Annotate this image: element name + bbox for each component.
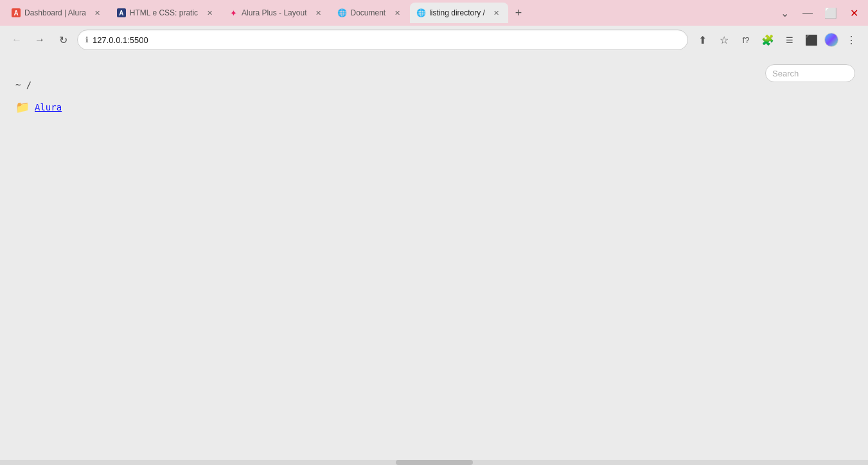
tab-html-css[interactable]: A HTML e CSS: pratic ✕	[111, 3, 221, 23]
tab-close-listing[interactable]: ✕	[492, 8, 502, 18]
tab-label-alura-plus: Alura Plus - Layout	[242, 8, 306, 17]
address-bar: ← → ↻ ℹ 127.0.0.1:5500 ⬆ ☆ f? 🧩 ☰ ⬛ ⋮	[0, 26, 868, 54]
folder-name-alura: Alura	[35, 102, 62, 112]
tab-dashboard[interactable]: A Dashboard | Alura ✕	[5, 3, 109, 23]
tab-label-document: Document	[350, 8, 385, 17]
minimize-button[interactable]: —	[799, 4, 817, 22]
forward-button[interactable]: →	[31, 31, 49, 49]
tab-label-dashboard: Dashboard | Alura	[24, 8, 86, 17]
tab-bar: A Dashboard | Alura ✕ A HTML e CSS: prat…	[0, 0, 868, 26]
new-tab-button[interactable]: +	[509, 4, 527, 22]
folder-icon: 📁	[15, 100, 30, 114]
tab-alura-plus[interactable]: ✦ Alura Plus - Layout ✕	[222, 3, 330, 23]
scrollbar-thumb[interactable]	[396, 460, 473, 465]
url-text: 127.0.0.1:5500	[93, 35, 680, 45]
search-box[interactable]: Search	[765, 64, 855, 82]
bookmark-button[interactable]: ☆	[715, 31, 733, 49]
directory-path: ~ /	[15, 80, 853, 90]
tab-close-document[interactable]: ✕	[392, 8, 402, 18]
tab-favicon-dashboard: A	[12, 8, 21, 17]
folder-item-alura[interactable]: 📁 Alura	[15, 100, 62, 114]
tab-close-html-css[interactable]: ✕	[204, 8, 215, 18]
page-content: Search ~ / 📁 Alura	[0, 54, 868, 465]
share-button[interactable]: ⬆	[693, 31, 711, 49]
tab-close-alura-plus[interactable]: ✕	[313, 8, 323, 18]
formula-button[interactable]: f?	[737, 31, 755, 49]
tab-favicon-listing: 🌐	[416, 8, 425, 17]
search-placeholder: Search	[772, 69, 799, 78]
tab-favicon-document: 🌐	[337, 8, 346, 17]
reload-button[interactable]: ↻	[54, 31, 72, 49]
tab-collapse-button[interactable]: ⌄	[775, 4, 793, 22]
tab-label-listing: listing directory /	[429, 8, 485, 17]
secure-icon: ℹ	[85, 35, 89, 44]
back-button[interactable]: ←	[8, 31, 26, 49]
extensions-button[interactable]: 🧩	[759, 31, 777, 49]
tab-favicon-html-css: A	[117, 8, 126, 17]
tab-favicon-alura-plus: ✦	[229, 8, 238, 17]
horizontal-scrollbar[interactable]	[0, 460, 868, 465]
tab-close-dashboard[interactable]: ✕	[93, 8, 103, 18]
tab-bar-controls: ⌄ — ⬜ ✕	[775, 4, 863, 22]
tab-document[interactable]: 🌐 Document ✕	[331, 3, 409, 23]
sidebar-button[interactable]: ☰	[781, 31, 799, 49]
maximize-button[interactable]: ⬜	[822, 4, 840, 22]
split-button[interactable]: ⬛	[802, 31, 820, 49]
menu-button[interactable]: ⋮	[842, 31, 860, 49]
url-bar[interactable]: ℹ 127.0.0.1:5500	[77, 30, 688, 50]
user-avatar[interactable]	[824, 33, 838, 47]
toolbar-right: ⬆ ☆ f? 🧩 ☰ ⬛ ⋮	[693, 31, 860, 49]
browser-chrome: A Dashboard | Alura ✕ A HTML e CSS: prat…	[0, 0, 868, 54]
close-window-button[interactable]: ✕	[845, 4, 863, 22]
tab-label-html-css: HTML e CSS: pratic	[130, 8, 198, 17]
tab-listing-directory[interactable]: 🌐 listing directory / ✕	[410, 3, 508, 23]
